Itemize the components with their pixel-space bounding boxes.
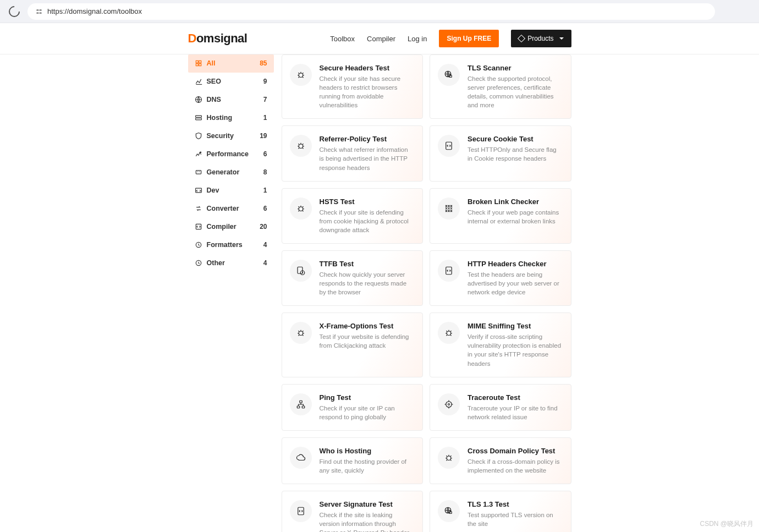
sidebar-item-performance[interactable]: Performance 6 — [188, 145, 274, 163]
products-button[interactable]: Products — [511, 30, 571, 47]
tool-card[interactable]: TLS 1.3 Test Test supported TLS version … — [430, 491, 571, 532]
category-icon — [195, 96, 202, 103]
site-settings-icon — [35, 8, 43, 15]
cloud-icon — [290, 447, 312, 469]
sidebar-item-formatters[interactable]: Formatters 4 — [188, 236, 274, 254]
sidebar-item-count: 4 — [263, 241, 267, 249]
nav-toolbox[interactable]: Toolbox — [330, 35, 355, 43]
svg-rect-1 — [40, 9, 42, 10]
tool-card-desc: Verify if cross-site scripting vulnerabi… — [468, 332, 562, 368]
globe-lock-icon — [438, 64, 460, 86]
svg-rect-2 — [36, 12, 38, 13]
url-bar[interactable]: https://domsignal.com/toolbox — [28, 3, 715, 20]
reload-icon[interactable] — [7, 3, 22, 19]
sidebar-item-count: 7 — [263, 96, 267, 103]
tool-card-desc: Test if your website is defending from C… — [320, 332, 414, 350]
tool-card-title: Traceroute Test — [468, 393, 562, 402]
sidebar-item-other[interactable]: Other 4 — [188, 254, 274, 272]
tool-card-title: Secure Cookie Test — [468, 135, 562, 143]
sidebar-item-security[interactable]: Security 19 — [188, 127, 274, 145]
sidebar-item-count: 1 — [263, 187, 267, 194]
tool-card-desc: Test supported TLS version on the site — [468, 511, 562, 528]
nav-login[interactable]: Log in — [408, 35, 427, 43]
tool-card[interactable]: Referrer-Policy Test Check what referrer… — [282, 125, 424, 181]
tool-card[interactable]: Secure Headers Test Check if your site h… — [282, 54, 424, 119]
tool-card-title: Broken Link Checker — [468, 198, 562, 206]
tool-card-title: TLS 1.3 Test — [468, 500, 562, 508]
tool-card[interactable]: HSTS Test Check if your site is defendin… — [282, 188, 424, 244]
tool-card-title: Server Signature Test — [320, 500, 414, 508]
browser-bar: https://domsignal.com/toolbox — [0, 0, 759, 23]
main-nav: Toolbox Compiler Log in Sign Up FREE Pro… — [330, 30, 571, 47]
svg-rect-4 — [196, 61, 198, 63]
tool-card-desc: Traceroute your IP or site to find netwo… — [468, 404, 562, 421]
sidebar-item-compiler[interactable]: Compiler 20 — [188, 218, 274, 236]
sidebar-item-count: 6 — [263, 205, 267, 212]
category-icon — [195, 168, 202, 176]
category-icon — [195, 150, 202, 158]
category-icon — [195, 59, 202, 67]
url-text: https://domsignal.com/toolbox — [47, 7, 142, 15]
category-icon — [195, 132, 202, 140]
sidebar-item-count: 6 — [263, 150, 267, 158]
svg-point-11 — [200, 152, 201, 153]
brand-logo[interactable]: Domsignal — [188, 31, 248, 46]
tool-card-title: TTFB Test — [320, 260, 414, 268]
sidebar-item-dev[interactable]: Dev 1 — [188, 182, 274, 200]
tool-card-desc: Check if a cross-domain policy is implem… — [468, 457, 562, 475]
signup-button[interactable]: Sign Up FREE — [439, 30, 499, 47]
tool-card-desc: Check the supported protocol, server pre… — [468, 74, 562, 109]
tool-card[interactable]: Traceroute Test Traceroute your IP or si… — [430, 384, 571, 431]
tool-card-title: HSTS Test — [320, 198, 414, 206]
category-icon — [195, 187, 202, 194]
sidebar-item-count: 1 — [263, 114, 267, 122]
sidebar-item-label: All — [207, 59, 216, 67]
tool-card[interactable]: MIME Sniffing Test Verify if cross-site … — [430, 312, 571, 377]
bug-icon — [290, 198, 312, 220]
watermark: CSDN @晓风伴月 — [700, 519, 754, 529]
svg-rect-12 — [196, 171, 201, 174]
nav-compiler[interactable]: Compiler — [367, 35, 395, 43]
category-icon — [195, 114, 202, 122]
tool-card[interactable]: Ping Test Check if your site or IP can r… — [282, 384, 424, 431]
svg-rect-3 — [40, 12, 42, 13]
tool-card-title: Ping Test — [320, 393, 414, 402]
tool-card[interactable]: Cross Domain Policy Test Check if a cros… — [430, 437, 571, 484]
svg-rect-5 — [199, 61, 201, 63]
tool-card-title: Secure Headers Test — [320, 64, 414, 72]
sidebar-item-count: 9 — [263, 78, 267, 85]
tool-card[interactable]: Who is Hosting Find out the hosting prov… — [282, 437, 424, 484]
category-icon — [195, 223, 202, 231]
tool-card[interactable]: X-Frame-Options Test Test if your websit… — [282, 312, 424, 377]
tool-card[interactable]: Secure Cookie Test Test HTTPOnly and Sec… — [430, 125, 571, 181]
tool-card-desc: Check if your site or IP can respond to … — [320, 404, 414, 421]
tool-card[interactable]: Server Signature Test Check if the site … — [282, 491, 424, 532]
tool-card-desc: Check if your site has secure headers to… — [320, 74, 414, 109]
sidebar-item-generator[interactable]: Generator 8 — [188, 163, 274, 182]
tool-card-desc: Check if the site is leaking version inf… — [320, 511, 414, 532]
sidebar-item-count: 19 — [260, 132, 267, 140]
code-file-icon — [438, 260, 460, 282]
sidebar-item-label: Hosting — [207, 114, 233, 122]
tool-card-desc: Check how quickly your server responds t… — [320, 270, 414, 297]
tool-card[interactable]: TLS Scanner Check the supported protocol… — [430, 54, 571, 119]
sidebar-item-label: Dev — [207, 187, 219, 194]
sidebar-item-hosting[interactable]: Hosting 1 — [188, 109, 274, 127]
sidebar-item-converter[interactable]: Converter 6 — [188, 200, 274, 218]
tool-card-desc: Check if your web page contains internal… — [468, 208, 562, 226]
tool-card[interactable]: TTFB Test Check how quickly your server … — [282, 250, 424, 306]
svg-rect-6 — [196, 64, 198, 66]
svg-rect-10 — [195, 118, 201, 120]
globe-lock-icon — [438, 500, 460, 522]
chevron-down-icon — [559, 37, 564, 40]
diamond-icon — [518, 35, 525, 42]
tool-card[interactable]: HTTP Headers Checker Test the headers ar… — [430, 250, 571, 306]
tool-card[interactable]: Broken Link Checker Check if your web pa… — [430, 188, 571, 244]
sidebar-item-dns[interactable]: DNS 7 — [188, 91, 274, 109]
sidebar-item-all[interactable]: All 85 — [188, 54, 274, 73]
bug-icon — [290, 64, 312, 86]
tool-card-title: TLS Scanner — [468, 64, 562, 72]
target-icon — [438, 393, 460, 415]
category-icon — [195, 78, 202, 85]
sidebar-item-seo[interactable]: SEO 9 — [188, 73, 274, 91]
